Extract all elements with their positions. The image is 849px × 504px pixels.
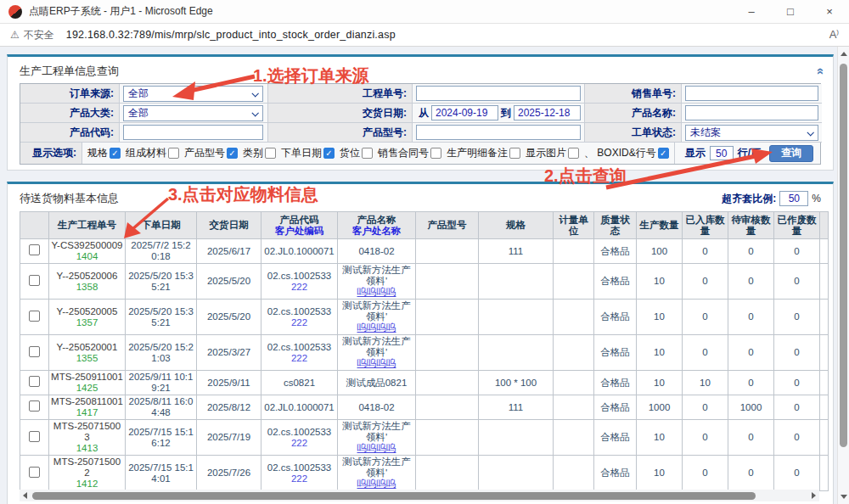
customer-name-link[interactable]: 呜呜呜呜	[340, 443, 413, 454]
display-option[interactable]: 生产明细备注	[447, 146, 520, 160]
order-no[interactable]: Y--250520005	[51, 306, 123, 317]
row-checkbox[interactable]	[29, 244, 40, 255]
display-option[interactable]: 显示图片	[526, 146, 579, 160]
customer-code-link[interactable]: 222	[263, 473, 335, 484]
checkbox-icon[interactable]	[265, 148, 276, 159]
customer-name-link[interactable]: 呜呜呜呜	[340, 358, 413, 369]
product-name-input[interactable]	[685, 105, 818, 120]
display-option[interactable]: 下单日期✓	[281, 146, 335, 160]
row-checkbox[interactable]	[29, 275, 40, 286]
column-header: 规格	[479, 212, 554, 239]
order-no[interactable]: Y--250520006	[51, 271, 123, 282]
checkbox-icon[interactable]	[168, 148, 179, 159]
read-aloud-icon[interactable]: A)	[829, 28, 839, 41]
order-no[interactable]: Y--250520001	[51, 342, 123, 353]
void-qty-cell: 0	[774, 300, 820, 335]
customer-name-link[interactable]: 呜呜呜呜	[340, 479, 413, 490]
order-no[interactable]: Y-CS392500009	[51, 240, 123, 251]
order-no-cell[interactable]: Y--2505200011355	[49, 335, 126, 371]
collapse-icon[interactable]: «	[817, 68, 825, 75]
display-option[interactable]: 销售合同号	[378, 146, 441, 160]
row-checkbox[interactable]	[29, 400, 40, 412]
order-no-cell[interactable]: MTS-2509110011425	[49, 371, 126, 395]
production-qty-cell: 10	[637, 456, 683, 491]
close-button[interactable]: ×	[810, 0, 849, 23]
address-bar[interactable]: ⚠ 不安全 192.168.0.32:789/mis/mrp/slc_produ…	[0, 24, 849, 47]
display-option-label: 规格	[87, 146, 108, 160]
order-no[interactable]: MTS-250911001	[51, 372, 123, 383]
checkbox-icon[interactable]	[362, 148, 373, 159]
scroll-left-icon[interactable]	[23, 492, 27, 499]
checkbox-icon[interactable]: ✓	[323, 148, 335, 159]
display-option[interactable]: 货位	[340, 146, 373, 160]
delivery-date-cell: 2025/7/26	[197, 456, 261, 491]
customer-name-link[interactable]: 呜呜呜呜	[340, 287, 413, 298]
search-button[interactable]: 查询	[769, 145, 813, 162]
minimize-button[interactable]: –	[732, 0, 771, 23]
order-date-cell: 2025/9/11 10:19:21	[126, 371, 197, 395]
checkbox-icon[interactable]	[509, 148, 520, 159]
pagesize-input[interactable]: 50	[710, 146, 734, 160]
customer-code-link[interactable]: 222	[263, 282, 335, 293]
display-option[interactable]: 产品型号✓	[184, 146, 238, 160]
date-from-input[interactable]: 2024-09-19	[431, 105, 498, 120]
horizontal-scrollbar[interactable]	[20, 490, 819, 501]
scroll-down-icon[interactable]	[841, 495, 847, 499]
scroll-up-icon[interactable]	[841, 52, 847, 56]
sales-no-input[interactable]	[685, 86, 818, 101]
checkbox-icon[interactable]: ✓	[227, 148, 238, 159]
row-checkbox[interactable]	[29, 431, 40, 442]
customer-code-link[interactable]: 222	[263, 438, 335, 449]
order-no-cell[interactable]: Y-CS3925000091404	[49, 239, 126, 264]
customer-code-link[interactable]: 222	[263, 317, 335, 328]
product-model-input[interactable]	[416, 125, 581, 140]
order-no[interactable]: MTS-250811001	[51, 396, 123, 407]
customer-name-link[interactable]: 呜呜呜呜	[340, 322, 413, 333]
product-code-input[interactable]	[123, 125, 263, 140]
horizontal-scroll-thumb[interactable]	[32, 492, 756, 500]
row-checkbox[interactable]	[29, 467, 40, 478]
ratio-input[interactable]: 50	[779, 191, 808, 206]
maximize-button[interactable]: □	[771, 0, 810, 23]
vertical-scroll-thumb[interactable]	[840, 64, 847, 447]
product-code: 02.cs.1002533	[263, 342, 335, 353]
order-no[interactable]: MTS-250715002	[51, 456, 123, 479]
order-no-cell[interactable]: Y--2505200061358	[49, 264, 126, 300]
row-checkbox[interactable]	[29, 376, 40, 387]
date-to-input[interactable]: 2025-12-18	[514, 105, 581, 120]
security-label[interactable]: 不安全	[24, 28, 54, 42]
order-no-cell[interactable]: MTS-2508110011417	[49, 395, 126, 420]
order-no-cell[interactable]: MTS-2507150021412	[49, 456, 126, 491]
display-option[interactable]: 组成材料	[126, 146, 179, 160]
checkbox-icon[interactable]: ✓	[658, 148, 669, 159]
unit-cell	[554, 300, 594, 335]
display-option[interactable]: 类别	[243, 146, 276, 160]
display-option[interactable]: 规格✓	[87, 146, 121, 160]
row-checkbox[interactable]	[29, 311, 40, 322]
quality-status-cell: 合格品	[594, 239, 637, 264]
product-name-cell: 测试新方法生产领料'呜呜呜呜	[338, 335, 416, 371]
order-no-cell[interactable]: Y--2505200051357	[49, 300, 126, 335]
order-no-cell[interactable]: MTS-2507150031413	[49, 420, 126, 456]
security-warning-icon: ⚠	[10, 29, 20, 41]
order-date-cell: 2025/5/20 15:21:03	[126, 335, 197, 371]
display-option[interactable]: 、 BOXID&行号✓	[584, 146, 669, 160]
row-checkbox-cell	[20, 264, 49, 300]
url-text[interactable]: 192.168.0.32:789/mis/mrp/slc_product_int…	[66, 29, 396, 41]
order-no[interactable]: MTS-250715003	[51, 421, 123, 443]
checkbox-icon[interactable]	[430, 148, 441, 159]
checkbox-icon[interactable]: ✓	[110, 148, 121, 159]
vertical-scrollbar[interactable]	[837, 47, 849, 504]
customer-code-link[interactable]: 222	[263, 353, 335, 364]
column-header-label: 生产数量	[638, 220, 680, 231]
row-checkbox[interactable]	[29, 346, 40, 357]
order-status-select[interactable]: 未结案	[685, 125, 818, 141]
date-to-prefix: 到	[501, 106, 511, 120]
project-no-input[interactable]	[416, 86, 581, 101]
pending-qty-cell: 0	[728, 335, 774, 371]
checkbox-icon[interactable]	[568, 148, 579, 159]
product-category-select[interactable]: 全部	[123, 105, 263, 121]
scroll-right-icon[interactable]	[812, 492, 816, 499]
product-code: cs0821	[263, 378, 335, 389]
order-source-select[interactable]: 全部	[123, 86, 263, 102]
